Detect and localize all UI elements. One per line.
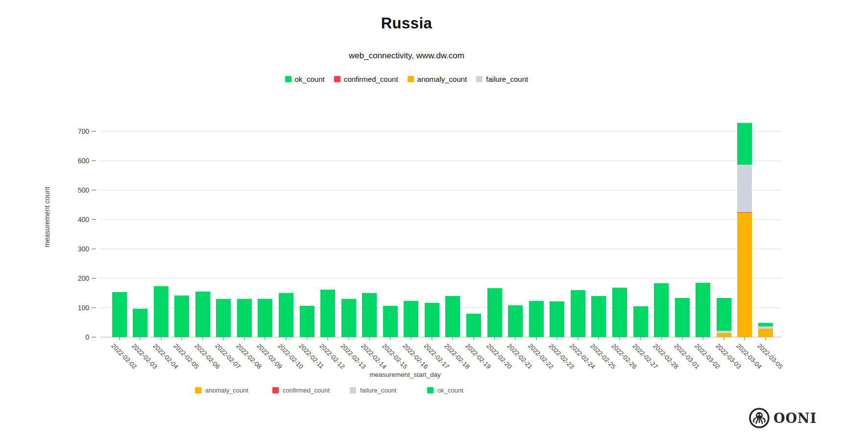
- y-tick-label-500: 500: [60, 187, 89, 194]
- bar-2022-03-04-confirmed_count[interactable]: [737, 212, 752, 213]
- x-tick-2022-02-25: [598, 337, 599, 340]
- y-tick-label-0: 0: [60, 334, 89, 341]
- bottom-legend-label: confirmed_count: [283, 387, 330, 394]
- y-tick-label-300: 300: [60, 246, 89, 252]
- x-tick-2022-02-08: [244, 337, 245, 340]
- bar-2022-02-28-ok_count[interactable]: [654, 283, 669, 337]
- y-gridline-200: [100, 278, 781, 279]
- x-tick-2022-02-06: [202, 337, 203, 340]
- legend-item-ok_count[interactable]: ok_count: [285, 75, 325, 83]
- bar-2022-02-16-ok_count[interactable]: [404, 301, 418, 337]
- bar-2022-03-03-ok_count[interactable]: [717, 298, 731, 331]
- bar-2022-02-09-ok_count[interactable]: [258, 299, 272, 337]
- bar-2022-02-03-ok_count[interactable]: [133, 309, 147, 337]
- x-tick-2022-02-09: [265, 337, 265, 340]
- y-tick-label-600: 600: [60, 157, 89, 164]
- bottom-legend-label: failure_count: [360, 387, 396, 394]
- legend-label: anomaly_count: [417, 75, 467, 83]
- y-tick-label-400: 400: [60, 216, 89, 223]
- x-tick-2022-03-01: [682, 337, 683, 340]
- y-axis-title: measurement count: [43, 163, 51, 271]
- bar-2022-03-04-anomaly_count[interactable]: [737, 213, 752, 337]
- bar-2022-02-02-ok_count[interactable]: [112, 292, 127, 337]
- bottom-legend-label: anomaly_count: [205, 387, 248, 394]
- bar-2022-03-05-failure_count[interactable]: [758, 326, 773, 329]
- x-tick-2022-02-04: [161, 337, 162, 340]
- chart-canvas: Russia web_connectivity, www.dw.com ok_c…: [0, 0, 868, 443]
- bar-2022-02-08-ok_count[interactable]: [237, 299, 252, 337]
- bar-2022-03-01-ok_count[interactable]: [675, 298, 690, 337]
- x-tick-2022-02-15: [390, 337, 391, 340]
- bar-2022-03-04-failure_count[interactable]: [737, 165, 752, 212]
- legend-label: ok_count: [295, 75, 325, 83]
- bar-2022-02-13-ok_count[interactable]: [341, 299, 356, 337]
- x-tick-2022-02-13: [348, 337, 349, 340]
- y-tick-200: [92, 278, 96, 279]
- bar-2022-02-19-ok_count[interactable]: [466, 314, 481, 337]
- confirmed_count-swatch-icon: [272, 387, 279, 394]
- x-tick-2022-03-02: [702, 337, 703, 340]
- x-tick-2022-03-03: [723, 337, 724, 340]
- bar-2022-02-10-ok_count[interactable]: [279, 293, 293, 337]
- x-tick-2022-02-07: [223, 337, 224, 340]
- anomaly_count-swatch-icon: [195, 387, 201, 394]
- anomaly_count-swatch-icon: [408, 76, 414, 82]
- bar-2022-03-03-anomaly_count[interactable]: [717, 333, 731, 337]
- bar-2022-02-11-ok_count[interactable]: [300, 306, 314, 337]
- bottom-legend: anomaly_countconfirmed_countfailure_coun…: [0, 387, 868, 396]
- y-tick-0: [92, 337, 96, 338]
- x-tick-2022-03-04: [744, 337, 745, 340]
- y-tick-label-700: 700: [60, 128, 89, 135]
- bar-2022-03-05-ok_count[interactable]: [758, 323, 773, 327]
- y-tick-400: [92, 219, 96, 220]
- bar-2022-02-07-ok_count[interactable]: [216, 299, 231, 337]
- bar-2022-02-24-ok_count[interactable]: [571, 290, 585, 337]
- bar-2022-02-21-ok_count[interactable]: [508, 305, 523, 337]
- bottom-legend-label: ok_count: [437, 387, 463, 394]
- x-tick-2022-02-27: [640, 337, 641, 340]
- x-tick-2022-02-18: [452, 337, 453, 340]
- bar-2022-02-17-ok_count[interactable]: [425, 303, 439, 337]
- y-gridline-700: [100, 131, 781, 132]
- x-tick-2022-02-28: [661, 337, 662, 340]
- failure_count-swatch-icon: [350, 387, 356, 394]
- x-axis-title: measurement_start_day: [307, 371, 503, 378]
- bar-2022-02-25-ok_count[interactable]: [591, 296, 606, 337]
- bar-2022-02-23-ok_count[interactable]: [550, 301, 564, 337]
- bar-2022-02-27-ok_count[interactable]: [633, 306, 648, 337]
- x-tick-2022-02-02: [119, 337, 120, 340]
- bar-2022-02-06-ok_count[interactable]: [195, 292, 210, 337]
- x-tick-2022-02-22: [536, 337, 537, 340]
- bar-2022-02-15-ok_count[interactable]: [383, 306, 398, 337]
- y-tick-300: [92, 248, 96, 249]
- legend-item-confirmed_count[interactable]: confirmed_count: [334, 75, 398, 83]
- bar-2022-02-20-ok_count[interactable]: [487, 288, 502, 337]
- bar-2022-02-22-ok_count[interactable]: [529, 301, 544, 337]
- x-tick-2022-02-12: [327, 337, 328, 340]
- bottom-legend-item-failure_count: failure_count: [350, 387, 396, 394]
- bar-2022-03-03-failure_count[interactable]: [717, 331, 731, 333]
- ooni-logo: OONI: [748, 407, 817, 429]
- top-legend: ok_countconfirmed_countanomaly_countfail…: [0, 75, 813, 83]
- bar-2022-02-26-ok_count[interactable]: [612, 288, 627, 337]
- bottom-legend-item-ok_count: ok_count: [427, 387, 463, 394]
- ooni-wordmark: OONI: [773, 411, 817, 426]
- legend-item-anomaly_count[interactable]: anomaly_count: [408, 75, 467, 83]
- y-tick-600: [92, 160, 96, 161]
- y-tick-700: [92, 131, 96, 132]
- bar-2022-03-05-anomaly_count[interactable]: [758, 329, 773, 337]
- x-tick-2022-02-19: [473, 337, 474, 340]
- y-tick-500: [92, 190, 96, 191]
- bar-2022-02-12-ok_count[interactable]: [320, 290, 335, 337]
- x-tick-2022-02-20: [494, 337, 495, 340]
- bar-2022-02-18-ok_count[interactable]: [445, 296, 460, 337]
- bar-2022-03-02-ok_count[interactable]: [696, 283, 710, 337]
- bar-2022-03-04-ok_count[interactable]: [737, 123, 752, 165]
- legend-item-failure_count[interactable]: failure_count: [476, 75, 528, 83]
- y-gridline-400: [100, 219, 781, 220]
- bar-2022-02-05-ok_count[interactable]: [174, 295, 189, 337]
- bar-2022-02-14-ok_count[interactable]: [362, 293, 377, 337]
- bottom-legend-item-anomaly_count: anomaly_count: [195, 387, 248, 394]
- y-tick-label-200: 200: [60, 275, 89, 282]
- bar-2022-02-04-ok_count[interactable]: [154, 286, 169, 337]
